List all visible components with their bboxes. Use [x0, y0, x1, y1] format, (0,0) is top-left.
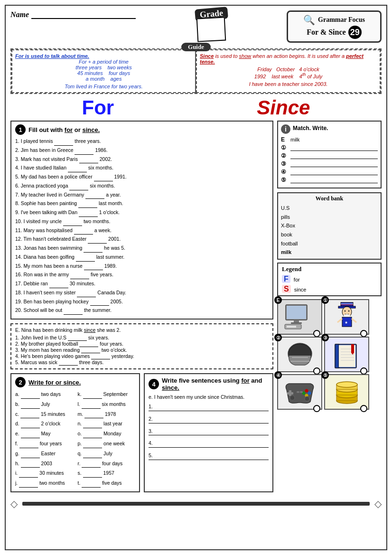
- blank[interactable]: [79, 209, 98, 217]
- blank[interactable]: [54, 138, 73, 146]
- blank[interactable]: [68, 335, 87, 341]
- image-4-label: ④: [274, 371, 282, 379]
- list-item: book: [281, 232, 292, 237]
- blank[interactable]: [64, 307, 83, 315]
- list-item: 1. John lived in the U.S six years.: [15, 335, 269, 341]
- exercise4-num: 4: [149, 379, 159, 389]
- list-item: 5. My dad has been a police officer 1991…: [15, 173, 269, 181]
- svg-rect-8: [341, 303, 353, 304]
- match-underline[interactable]: [290, 152, 378, 159]
- word-bank-box: Word bank U.S pills X-Box book football …: [277, 192, 382, 260]
- name-underline[interactable]: [31, 10, 136, 19]
- list-item: 13. Jonas has been swimming he was 5.: [15, 245, 269, 253]
- worksheet-page: Name Grade 🔍 Grammar Focus For & Since 2…: [5, 5, 387, 550]
- book-icon: [331, 340, 362, 369]
- list-item: o. Monday: [78, 430, 136, 438]
- list-item: i. 30 minutes: [15, 469, 73, 478]
- svg-point-40: [290, 395, 295, 400]
- exercise1-box: 1 Fill out with for or since. 1. I playe…: [10, 121, 273, 320]
- legend-items: F for S since: [282, 275, 377, 293]
- blank[interactable]: [76, 254, 95, 262]
- blank[interactable]: [91, 353, 110, 359]
- list-item: 8. Sophie has been painting last month.: [15, 200, 269, 208]
- list-item: d. 2 o'clock: [15, 420, 73, 428]
- image-3: ③: [324, 337, 369, 372]
- match-label: ⑤: [281, 177, 290, 183]
- exercise3-box: E. Nina has been drinking milk since she…: [10, 323, 273, 369]
- list-item: X-Box: [281, 223, 295, 228]
- match-underline[interactable]: [290, 160, 378, 167]
- blank[interactable]: [94, 173, 113, 181]
- blank[interactable]: [70, 271, 89, 279]
- list-item: 5. Marcus was sick three days.: [15, 359, 269, 366]
- match-underline[interactable]: [290, 177, 378, 183]
- svg-rect-1: [287, 306, 306, 319]
- grade-box[interactable]: [196, 17, 226, 42]
- blank[interactable]: [78, 200, 97, 208]
- blank[interactable]: [74, 227, 93, 235]
- image-e-circle: [313, 330, 320, 337]
- exercise1-header: 1 Fill out with for or since.: [15, 124, 269, 135]
- match-underline[interactable]: [290, 144, 378, 151]
- legend-s-label: S: [282, 285, 291, 293]
- blank[interactable]: [90, 298, 109, 306]
- list-item: 1.: [149, 403, 269, 411]
- list-item: f. four years: [15, 440, 73, 448]
- footer-bar: [22, 502, 370, 506]
- blank[interactable]: [68, 164, 87, 172]
- guide-right: Since is used to show when an action beg…: [196, 49, 381, 93]
- match-label: ④: [281, 169, 290, 175]
- svg-rect-39: [300, 391, 303, 393]
- name-label: Name: [10, 10, 29, 19]
- list-item: 12. Tim hasn't celebrated Easter 2001.: [15, 235, 269, 244]
- blank[interactable]: [81, 347, 100, 353]
- list-item: 15. My mom has been a nurse 1989.: [15, 263, 269, 271]
- grammar-focus-title: Grammar Focus: [318, 16, 365, 24]
- blank[interactable]: [85, 191, 104, 199]
- blank[interactable]: [79, 156, 98, 164]
- svg-rect-5: [287, 326, 296, 328]
- blank[interactable]: [84, 245, 103, 253]
- grade-section: Grade: [195, 8, 228, 41]
- list-item: 17. Debbie ran 30 minutes.: [15, 280, 269, 288]
- svg-point-48: [336, 382, 357, 387]
- svg-rect-2: [294, 320, 299, 322]
- guide-label: Guide: [181, 43, 211, 51]
- exercise2-header: 2 Write for or since.: [15, 377, 135, 387]
- list-item: 11. Mary was hospitalised a week.: [15, 227, 269, 235]
- list-item: 3.: [149, 427, 269, 436]
- image-5-circle: [360, 405, 367, 412]
- blank[interactable]: [75, 147, 93, 155]
- right-column: i Match. Write. E milk ① ②: [277, 121, 382, 492]
- image-1-circle: [360, 330, 367, 337]
- svg-rect-23: [335, 344, 339, 368]
- list-item: m. 1978: [78, 410, 136, 419]
- guide-left: For is used to talk about time. For + a …: [11, 49, 195, 93]
- word-bank-title: Word bank: [281, 195, 378, 202]
- list-item: 2. My brother played football four years…: [15, 341, 269, 347]
- blank[interactable]: [84, 263, 103, 271]
- legend-title: Legend: [282, 265, 301, 273]
- blank[interactable]: [63, 218, 82, 226]
- svg-line-16: [337, 319, 342, 322]
- match-underline[interactable]: [290, 169, 378, 175]
- since-big-text: Since: [257, 98, 310, 118]
- exercise4-example: e. I haven't seen my uncle since Christm…: [149, 394, 269, 400]
- list-item: h. 2003: [15, 460, 73, 468]
- match-label: E: [281, 136, 290, 143]
- blank[interactable]: [77, 289, 96, 297]
- list-item: n. last year: [78, 420, 136, 428]
- blank[interactable]: [59, 359, 78, 366]
- blank[interactable]: [88, 235, 107, 244]
- header: Name Grade 🔍 Grammar Focus For & Since 2…: [10, 10, 382, 43]
- blank[interactable]: [79, 341, 98, 347]
- left-column: 1 Fill out with for or since. 1. I playe…: [10, 121, 273, 492]
- svg-point-34: [305, 389, 308, 392]
- main-layout: 1 Fill out with for or since. 1. I playe…: [10, 121, 382, 492]
- match-write-box: i Match. Write. E milk ① ②: [277, 121, 382, 188]
- blank[interactable]: [69, 182, 88, 190]
- legend-s: S since: [282, 285, 377, 293]
- blank[interactable]: [49, 280, 68, 288]
- list-item: 3. My mom has been reading two o'clock.: [15, 347, 269, 353]
- exercise1-title: Fill out with for or since.: [28, 126, 100, 133]
